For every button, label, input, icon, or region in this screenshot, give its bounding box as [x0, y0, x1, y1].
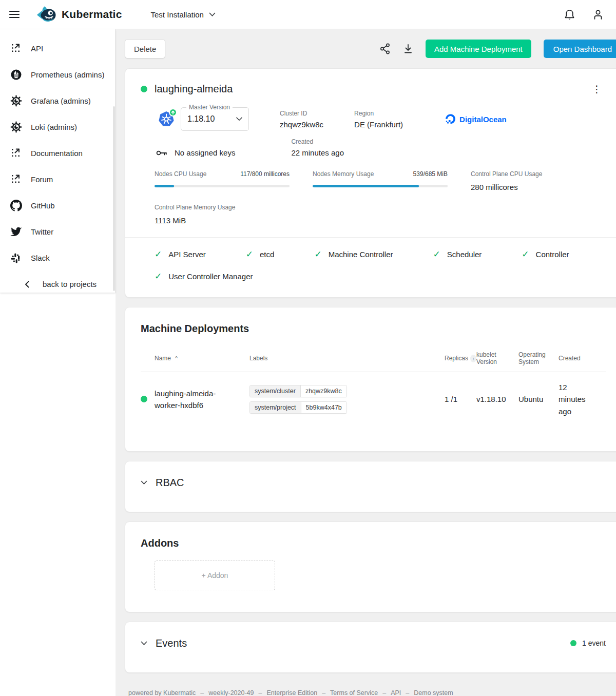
chevron-down-icon	[141, 480, 147, 485]
health-label: Controller	[536, 250, 569, 259]
column-header-name[interactable]: Name ^	[141, 355, 249, 362]
check-icon: ✓	[433, 249, 440, 260]
open-dashboard-button[interactable]: Open Dashboard	[544, 40, 616, 58]
cluster-toolbar: Delete	[125, 38, 616, 59]
column-header-created: Created	[559, 355, 606, 362]
table-header-row: Name ^ Labels Replicas i kubelet Version…	[141, 348, 606, 372]
addons-title: Addons	[141, 537, 606, 549]
sidebar-item-label: Grafana (admins)	[31, 96, 91, 105]
project-selector[interactable]: Test Installation	[151, 10, 216, 19]
rbac-accordion-toggle[interactable]: RBAC	[141, 477, 606, 489]
share-icon[interactable]	[379, 43, 391, 55]
chevron-left-icon	[25, 281, 29, 288]
digitalocean-icon	[445, 114, 456, 125]
footer-edition: Enterprise Edition	[266, 689, 317, 696]
master-version-select[interactable]: Master Version 1.18.10	[181, 107, 249, 131]
grafana-icon	[9, 95, 23, 107]
health-label: Machine Controller	[329, 250, 393, 259]
kebab-menu-icon[interactable]: ⋮	[588, 82, 606, 96]
deployment-created: 12 minutes ago	[559, 381, 594, 417]
region-block: Region DE (Frankfurt)	[354, 110, 403, 129]
master-version-label: Master Version	[186, 104, 233, 111]
separator: –	[382, 689, 386, 696]
health-item-api-server: ✓ API Server	[155, 249, 206, 260]
footer-powered-by: powered by Kubermatic	[128, 689, 196, 696]
events-accordion-toggle[interactable]: Events 1 event	[141, 637, 606, 649]
cluster-status-dot	[141, 86, 147, 92]
deployment-replicas: 1 /1	[445, 395, 476, 403]
footer-demo-system: Demo system	[414, 689, 453, 696]
created-value: 22 minutes ago	[291, 148, 344, 157]
back-to-projects-button[interactable]: back to projects	[0, 271, 115, 297]
user-account-icon[interactable]	[592, 9, 604, 21]
sidebar-item-slack[interactable]: Slack	[0, 245, 115, 271]
check-icon: ✓	[314, 249, 321, 260]
separator: –	[406, 689, 409, 696]
sidebar-item-forum[interactable]: Forum	[0, 166, 115, 192]
notifications-bell-icon[interactable]	[564, 9, 575, 21]
info-icon[interactable]: i	[470, 355, 476, 362]
sidebar-item-label: GitHub	[31, 201, 55, 210]
check-icon: ✓	[522, 249, 529, 260]
metric-control-plane-memory: Control Plane Memory Usage 1113 MiB	[155, 204, 290, 225]
add-addon-button[interactable]: + Addon	[155, 560, 275, 590]
top-bar: Kubermatic Test Installation	[0, 0, 616, 29]
provider-name: DigitalOcean	[459, 115, 507, 124]
sidebar-item-twitter[interactable]: Twitter	[0, 219, 115, 245]
external-link-icon	[9, 174, 23, 185]
region-label: Region	[354, 110, 403, 117]
ssh-keys-block[interactable]: No assigned keys	[156, 148, 235, 157]
check-icon: ✓	[246, 249, 253, 260]
kubermatic-logo[interactable]: Kubermatic	[35, 5, 122, 24]
chevron-down-icon	[141, 641, 147, 646]
metric-control-plane-cpu: Control Plane CPU Usage 280 millicores	[471, 170, 606, 191]
metric-label: Control Plane Memory Usage	[155, 204, 290, 211]
footer-terms-link[interactable]: Terms of Service	[330, 689, 378, 696]
sidebar-item-prometheus[interactable]: Prometheus (admins)	[0, 62, 115, 88]
machine-deployment-row[interactable]: laughing-almeida-worker-hxdbf6 system/cl…	[141, 372, 606, 431]
sidebar-item-label: Prometheus (admins)	[31, 70, 104, 79]
deployment-os: Ubuntu	[518, 395, 559, 403]
brand-name: Kubermatic	[62, 8, 122, 21]
external-link-icon	[9, 43, 23, 54]
metric-nodes-memory: Nodes Memory Usage 539/685 MiB	[313, 170, 448, 191]
footer: powered by Kubermatic – weekly-2020-49 –…	[125, 682, 616, 696]
master-version-value: 1.18.10	[187, 114, 215, 124]
footer-version: weekly-2020-49	[208, 689, 254, 696]
column-label: Replicas	[445, 355, 468, 362]
column-header-operating-system: Operating System	[518, 351, 553, 365]
delete-button[interactable]: Delete	[125, 39, 165, 59]
metric-value: 280 millicores	[471, 183, 606, 191]
kubermatic-fish-icon	[35, 5, 57, 24]
rbac-card: RBAC	[125, 461, 616, 512]
sidebar-item-loki[interactable]: Loki (admins)	[0, 114, 115, 140]
health-label: API Server	[168, 250, 206, 259]
metric-value: 539/685 MiB	[413, 170, 448, 178]
sidebar-item-api[interactable]: API	[0, 35, 115, 62]
sidebar-scrollbar[interactable]	[113, 106, 115, 291]
sidebar-item-documentation[interactable]: Documentation	[0, 140, 115, 166]
external-link-icon	[9, 148, 23, 159]
machine-deployments-card: Machine Deployments Name ^ Labels Replic…	[125, 307, 616, 452]
events-title: Events	[156, 637, 187, 649]
nodes-cpu-progressbar	[155, 185, 290, 187]
download-kubeconfig-icon[interactable]	[403, 43, 413, 54]
cluster-name: laughing-almeida	[155, 83, 233, 95]
label-key: system/cluster	[250, 385, 301, 397]
column-header-replicas: Replicas i	[445, 355, 476, 362]
menu-icon[interactable]	[8, 8, 22, 21]
region-value: DE (Frankfurt)	[354, 120, 403, 129]
project-selector-value: Test Installation	[151, 10, 204, 19]
nodes-memory-progressbar	[313, 185, 448, 187]
sidebar-item-github[interactable]: GitHub	[0, 192, 115, 219]
separator: –	[200, 689, 204, 696]
sidebar-item-label: Slack	[31, 254, 50, 262]
ssh-keys-value: No assigned keys	[175, 148, 235, 157]
label-key: system/project	[250, 402, 301, 413]
add-machine-deployment-button[interactable]: Add Machine Deployment	[426, 40, 531, 58]
sidebar-item-grafana[interactable]: Grafana (admins)	[0, 88, 115, 114]
separator: –	[322, 689, 325, 696]
machine-deployments-table: Name ^ Labels Replicas i kubelet Version…	[141, 348, 606, 431]
footer-api-link[interactable]: API	[391, 689, 401, 696]
sidebar-item-label: API	[31, 44, 43, 53]
